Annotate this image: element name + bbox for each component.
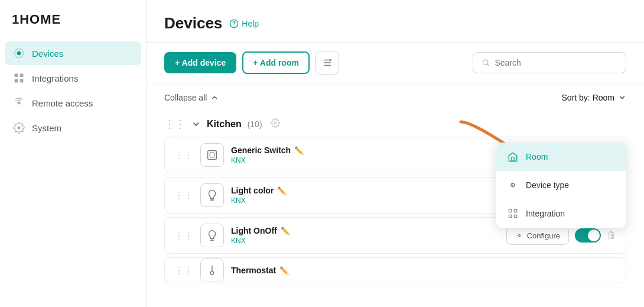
chevron-up-icon xyxy=(210,93,219,102)
layout-icon xyxy=(322,57,333,68)
room-count-kitchen: (10) xyxy=(248,119,262,129)
device-drag-handle[interactable]: ⋮⋮ xyxy=(174,265,193,276)
toggle-light-onoff[interactable] xyxy=(575,228,601,243)
device-icon-light-color xyxy=(200,183,224,207)
device-type-icon xyxy=(507,179,519,191)
collapse-all-label: Collapse all xyxy=(164,93,207,102)
svg-rect-1 xyxy=(15,74,18,77)
page-title: Devices xyxy=(164,14,222,33)
device-actions-light-onoff: Configure 🗑 xyxy=(506,227,616,245)
help-label: Help xyxy=(242,19,259,28)
svg-point-8 xyxy=(234,25,235,25)
device-info-light-color: Light color ✏️ KNX xyxy=(231,186,499,205)
layout-toggle-button[interactable] xyxy=(316,51,339,75)
room-title-kitchen: Kitchen xyxy=(207,119,242,130)
help-link[interactable]: Help xyxy=(229,19,259,28)
edit-icon[interactable]: ✏️ xyxy=(281,227,290,235)
device-drag-handle[interactable]: ⋮⋮ xyxy=(174,150,193,161)
sort-option-device-type[interactable]: Device type xyxy=(496,171,626,199)
device-icon-thermostat xyxy=(200,258,224,282)
device-name-light-onoff: Light OnOff ✏️ xyxy=(231,226,499,235)
add-device-button[interactable]: + Add device xyxy=(164,52,236,73)
device-info-light-onoff: Light OnOff ✏️ KNX xyxy=(231,226,499,245)
sort-option-integration[interactable]: Integration xyxy=(496,199,626,228)
add-room-label: + Add room xyxy=(253,58,299,67)
device-info-thermostat: Thermostat ✏️ xyxy=(231,266,616,275)
sidebar-nav: Devices Integrations Remo xyxy=(0,41,146,140)
search-icon xyxy=(482,58,490,67)
help-icon xyxy=(229,19,239,28)
device-name-thermostat: Thermostat ✏️ xyxy=(231,266,616,275)
room-icon xyxy=(507,151,519,163)
svg-rect-18 xyxy=(514,215,517,218)
device-integration-generic-switch: KNX xyxy=(231,156,499,164)
sidebar-item-devices-label: Devices xyxy=(32,49,63,59)
add-device-label: + Add device xyxy=(175,58,226,67)
device-name-light-color: Light color ✏️ xyxy=(231,186,499,195)
svg-point-6 xyxy=(18,127,21,130)
search-input[interactable] xyxy=(495,58,617,67)
configure-button-light-onoff[interactable]: Configure xyxy=(506,227,569,245)
edit-icon[interactable]: ✏️ xyxy=(294,146,304,155)
app-logo: 1HOME xyxy=(0,0,146,41)
integrations-icon xyxy=(13,72,25,84)
svg-rect-21 xyxy=(210,153,214,157)
sidebar-item-remote-access-label: Remote access xyxy=(32,98,93,108)
svg-rect-2 xyxy=(20,74,24,77)
content-toolbar: Collapse all Sort by: Room xyxy=(164,93,626,102)
configure-icon xyxy=(515,231,523,240)
sort-option-room[interactable]: Room xyxy=(496,143,626,171)
svg-rect-20 xyxy=(208,151,217,160)
sidebar-item-integrations[interactable]: Integrations xyxy=(5,66,141,90)
edit-icon[interactable]: ✏️ xyxy=(279,266,289,275)
sidebar-item-devices[interactable]: Devices xyxy=(5,41,141,65)
device-name-generic-switch: Generic Switch ✏️ xyxy=(231,146,499,155)
svg-point-0 xyxy=(17,51,21,56)
room-settings-icon[interactable] xyxy=(271,118,280,130)
device-icon-generic-switch xyxy=(200,143,224,167)
device-integration-light-onoff: KNX xyxy=(231,237,499,245)
room-collapse-icon[interactable] xyxy=(191,119,201,129)
sidebar-item-integrations-label: Integrations xyxy=(32,73,78,83)
device-integration-light-color: KNX xyxy=(231,196,499,205)
sort-option-room-label: Room xyxy=(526,152,548,161)
svg-point-9 xyxy=(329,59,331,62)
edit-icon[interactable]: ✏️ xyxy=(277,186,287,195)
device-drag-handle[interactable]: ⋮⋮ xyxy=(174,190,193,201)
sidebar: 1HOME Devices Integrations xyxy=(0,0,147,307)
svg-rect-3 xyxy=(15,79,18,83)
sort-option-device-type-label: Device type xyxy=(526,180,569,190)
sidebar-item-system[interactable]: System xyxy=(5,116,141,140)
svg-point-14 xyxy=(512,185,513,186)
room-drag-handle[interactable]: ⋮⋮ xyxy=(164,118,186,131)
sidebar-item-remote-access[interactable]: Remote access xyxy=(5,91,141,115)
svg-rect-12 xyxy=(512,157,515,161)
svg-point-25 xyxy=(518,234,521,237)
system-icon xyxy=(13,122,25,134)
toolbar: + Add device + Add room xyxy=(147,43,644,83)
device-drag-handle[interactable]: ⋮⋮ xyxy=(174,230,193,241)
sort-dropdown: Room Device type xyxy=(496,143,626,228)
svg-rect-16 xyxy=(514,209,517,212)
integration-icon xyxy=(507,208,519,219)
svg-rect-17 xyxy=(509,215,512,218)
sort-option-integration-label: Integration xyxy=(526,209,565,218)
sort-by-button[interactable]: Sort by: Room xyxy=(562,93,626,102)
svg-rect-15 xyxy=(509,209,512,212)
collapse-all-button[interactable]: Collapse all xyxy=(164,93,219,102)
search-box[interactable] xyxy=(473,52,626,73)
content-area: Collapse all Sort by: Room xyxy=(147,83,644,307)
svg-point-19 xyxy=(274,122,277,124)
room-header-kitchen[interactable]: ⋮⋮ Kitchen (10) xyxy=(164,112,626,137)
main-content: Devices Help + Add device + Add room xyxy=(147,0,644,307)
add-room-button[interactable]: + Add room xyxy=(242,51,310,74)
devices-icon xyxy=(13,47,25,59)
remote-access-icon xyxy=(13,97,25,109)
delete-light-onoff[interactable]: 🗑 xyxy=(607,230,616,241)
main-header: Devices Help xyxy=(147,0,644,43)
device-row-thermostat: ⋮⋮ Thermostat ✏️ xyxy=(164,257,626,283)
device-icon-light-onoff xyxy=(200,224,224,247)
sidebar-item-system-label: System xyxy=(32,123,61,133)
svg-point-5 xyxy=(18,102,21,105)
chevron-down-icon xyxy=(618,93,626,102)
